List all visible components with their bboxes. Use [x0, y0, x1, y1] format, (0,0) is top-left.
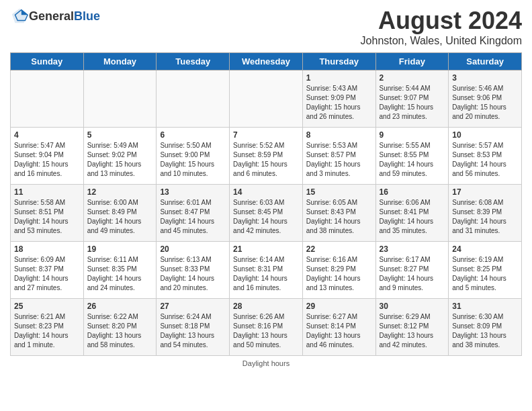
day-info: Sunrise: 6:26 AM Sunset: 8:16 PM Dayligh… — [233, 312, 299, 350]
header: General Blue August 2024 Johnston, Wales… — [10, 7, 522, 47]
calendar-cell: 2Sunrise: 5:44 AM Sunset: 9:07 PM Daylig… — [375, 71, 449, 128]
day-number: 16 — [380, 187, 445, 197]
day-number: 15 — [306, 187, 372, 197]
weekday-header-row: SundayMondayTuesdayWednesdayThursdayFrid… — [11, 53, 522, 71]
calendar-cell — [157, 71, 230, 128]
calendar-cell: 18Sunrise: 6:09 AM Sunset: 8:37 PM Dayli… — [11, 242, 84, 299]
day-number: 27 — [160, 302, 226, 311]
calendar-cell: 14Sunrise: 6:03 AM Sunset: 8:45 PM Dayli… — [230, 185, 303, 242]
day-number: 17 — [452, 187, 518, 197]
day-number: 29 — [306, 302, 372, 311]
day-number: 9 — [380, 130, 445, 140]
weekday-header-monday: Monday — [83, 53, 157, 71]
calendar-cell: 12Sunrise: 6:00 AM Sunset: 8:49 PM Dayli… — [83, 185, 157, 242]
logo-blue-text: Blue — [74, 9, 100, 24]
main-title: August 2024 — [361, 7, 522, 35]
day-number: 2 — [380, 73, 445, 83]
day-info: Sunrise: 6:16 AM Sunset: 8:29 PM Dayligh… — [306, 255, 372, 293]
day-number: 22 — [306, 244, 372, 254]
calendar-cell: 8Sunrise: 5:53 AM Sunset: 8:57 PM Daylig… — [302, 128, 375, 185]
day-info: Sunrise: 5:43 AM Sunset: 9:09 PM Dayligh… — [306, 84, 372, 122]
day-number: 30 — [380, 302, 445, 311]
day-info: Sunrise: 6:21 AM Sunset: 8:23 PM Dayligh… — [14, 312, 80, 350]
day-number: 12 — [87, 187, 153, 197]
day-info: Sunrise: 5:57 AM Sunset: 8:53 PM Dayligh… — [452, 141, 518, 179]
weekday-header-wednesday: Wednesday — [230, 53, 303, 71]
day-number: 23 — [380, 244, 445, 254]
day-number: 13 — [160, 187, 226, 197]
day-info: Sunrise: 6:01 AM Sunset: 8:47 PM Dayligh… — [160, 198, 226, 236]
calendar-cell — [83, 71, 157, 128]
subtitle: Johnston, Wales, United Kingdom — [361, 35, 522, 47]
day-number: 28 — [233, 302, 299, 311]
day-info: Sunrise: 6:22 AM Sunset: 8:20 PM Dayligh… — [87, 312, 153, 350]
calendar-cell: 28Sunrise: 6:26 AM Sunset: 8:16 PM Dayli… — [230, 299, 303, 356]
day-info: Sunrise: 6:03 AM Sunset: 8:45 PM Dayligh… — [233, 198, 299, 236]
calendar-cell: 11Sunrise: 5:58 AM Sunset: 8:51 PM Dayli… — [11, 185, 84, 242]
calendar-cell: 6Sunrise: 5:50 AM Sunset: 9:00 PM Daylig… — [157, 128, 230, 185]
day-number: 7 — [233, 130, 299, 140]
footer-note: Daylight hours — [10, 359, 522, 367]
day-number: 19 — [87, 244, 153, 254]
day-info: Sunrise: 6:17 AM Sunset: 8:27 PM Dayligh… — [380, 255, 445, 293]
calendar-cell: 25Sunrise: 6:21 AM Sunset: 8:23 PM Dayli… — [11, 299, 84, 356]
calendar-cell: 24Sunrise: 6:19 AM Sunset: 8:25 PM Dayli… — [449, 242, 522, 299]
calendar-cell: 16Sunrise: 6:06 AM Sunset: 8:41 PM Dayli… — [375, 185, 449, 242]
calendar-cell: 27Sunrise: 6:24 AM Sunset: 8:18 PM Dayli… — [157, 299, 230, 356]
logo: General Blue — [10, 7, 100, 26]
day-info: Sunrise: 6:27 AM Sunset: 8:14 PM Dayligh… — [306, 312, 372, 350]
day-info: Sunrise: 6:06 AM Sunset: 8:41 PM Dayligh… — [380, 198, 445, 236]
day-info: Sunrise: 6:13 AM Sunset: 8:33 PM Dayligh… — [160, 255, 226, 293]
day-number: 21 — [233, 244, 299, 254]
day-info: Sunrise: 5:44 AM Sunset: 9:07 PM Dayligh… — [380, 84, 445, 122]
day-number: 20 — [160, 244, 226, 254]
day-number: 26 — [87, 302, 153, 311]
day-info: Sunrise: 5:49 AM Sunset: 9:02 PM Dayligh… — [87, 141, 153, 179]
day-number: 31 — [452, 302, 518, 311]
day-info: Sunrise: 5:47 AM Sunset: 9:04 PM Dayligh… — [14, 141, 80, 179]
day-info: Sunrise: 5:52 AM Sunset: 8:59 PM Dayligh… — [233, 141, 299, 179]
calendar-cell: 19Sunrise: 6:11 AM Sunset: 8:35 PM Dayli… — [83, 242, 157, 299]
calendar-cell: 23Sunrise: 6:17 AM Sunset: 8:27 PM Dayli… — [375, 242, 449, 299]
day-number: 18 — [14, 244, 80, 254]
weekday-header-saturday: Saturday — [449, 53, 522, 71]
day-info: Sunrise: 6:19 AM Sunset: 8:25 PM Dayligh… — [452, 255, 518, 293]
calendar-cell: 4Sunrise: 5:47 AM Sunset: 9:04 PM Daylig… — [11, 128, 84, 185]
day-number: 24 — [452, 244, 518, 254]
calendar-cell: 31Sunrise: 6:30 AM Sunset: 8:09 PM Dayli… — [449, 299, 522, 356]
logo-general-text: General — [29, 9, 74, 24]
day-number: 6 — [160, 130, 226, 140]
calendar-cell: 30Sunrise: 6:29 AM Sunset: 8:12 PM Dayli… — [375, 299, 449, 356]
day-info: Sunrise: 6:05 AM Sunset: 8:43 PM Dayligh… — [306, 198, 372, 236]
calendar-cell: 15Sunrise: 6:05 AM Sunset: 8:43 PM Dayli… — [302, 185, 375, 242]
calendar-cell: 10Sunrise: 5:57 AM Sunset: 8:53 PM Dayli… — [449, 128, 522, 185]
day-info: Sunrise: 5:55 AM Sunset: 8:55 PM Dayligh… — [380, 141, 445, 179]
calendar-cell: 5Sunrise: 5:49 AM Sunset: 9:02 PM Daylig… — [83, 128, 157, 185]
calendar-cell: 13Sunrise: 6:01 AM Sunset: 8:47 PM Dayli… — [157, 185, 230, 242]
calendar-cell: 17Sunrise: 6:08 AM Sunset: 8:39 PM Dayli… — [449, 185, 522, 242]
calendar-cell: 26Sunrise: 6:22 AM Sunset: 8:20 PM Dayli… — [83, 299, 157, 356]
calendar-cell: 9Sunrise: 5:55 AM Sunset: 8:55 PM Daylig… — [375, 128, 449, 185]
calendar-cell: 20Sunrise: 6:13 AM Sunset: 8:33 PM Dayli… — [157, 242, 230, 299]
calendar-table: SundayMondayTuesdayWednesdayThursdayFrid… — [10, 52, 522, 356]
day-number: 8 — [306, 130, 372, 140]
day-info: Sunrise: 5:53 AM Sunset: 8:57 PM Dayligh… — [306, 141, 372, 179]
calendar-cell — [11, 71, 84, 128]
day-number: 1 — [306, 73, 372, 83]
day-number: 10 — [452, 130, 518, 140]
day-number: 4 — [14, 130, 80, 140]
weekday-header-friday: Friday — [375, 53, 449, 71]
week-row-2: 4Sunrise: 5:47 AM Sunset: 9:04 PM Daylig… — [11, 128, 522, 185]
day-info: Sunrise: 6:08 AM Sunset: 8:39 PM Dayligh… — [452, 198, 518, 236]
day-number: 14 — [233, 187, 299, 197]
calendar-cell: 7Sunrise: 5:52 AM Sunset: 8:59 PM Daylig… — [230, 128, 303, 185]
day-info: Sunrise: 6:00 AM Sunset: 8:49 PM Dayligh… — [87, 198, 153, 236]
day-number: 3 — [452, 73, 518, 83]
day-info: Sunrise: 6:29 AM Sunset: 8:12 PM Dayligh… — [380, 312, 445, 350]
day-number: 5 — [87, 130, 153, 140]
day-info: Sunrise: 5:46 AM Sunset: 9:06 PM Dayligh… — [452, 84, 518, 122]
calendar-cell — [230, 71, 303, 128]
week-row-4: 18Sunrise: 6:09 AM Sunset: 8:37 PM Dayli… — [11, 242, 522, 299]
calendar-cell: 21Sunrise: 6:14 AM Sunset: 8:31 PM Dayli… — [230, 242, 303, 299]
title-area: August 2024 Johnston, Wales, United King… — [361, 7, 522, 47]
